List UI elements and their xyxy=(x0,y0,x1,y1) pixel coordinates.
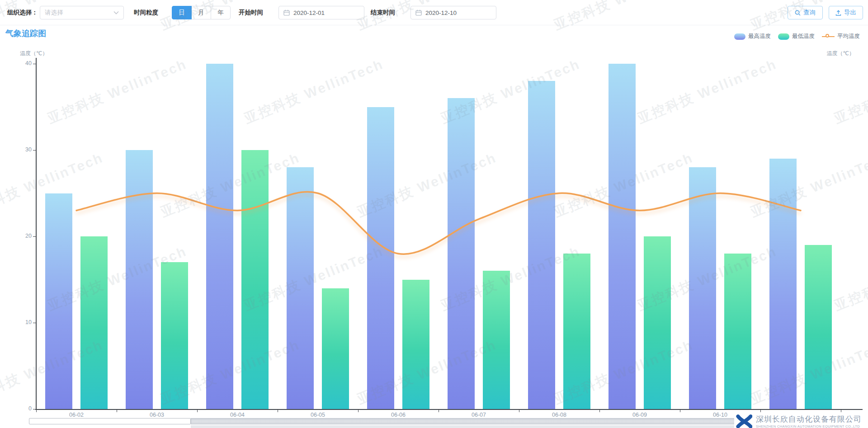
bar-max-temp[interactable] xyxy=(206,64,233,409)
watermark-text: 亚控科技 WellinTech xyxy=(831,242,868,315)
end-date-input[interactable]: 2020-12-10 xyxy=(410,6,496,19)
y-axis-name-left: 温度（℃） xyxy=(20,50,47,57)
watermark-text: 亚控科技 WellinTech xyxy=(45,55,189,128)
x-axis-tick xyxy=(278,410,278,412)
bar-min-temp[interactable] xyxy=(483,271,510,409)
x-axis-tick xyxy=(599,410,600,412)
export-button-label: 导出 xyxy=(844,9,856,17)
granularity-label: 时间粒度 xyxy=(134,0,158,25)
x-axis-tick xyxy=(36,410,37,412)
bar-min-temp[interactable] xyxy=(563,254,590,409)
legend-label-max: 最高温度 xyxy=(748,33,771,40)
bar-min-temp[interactable] xyxy=(80,236,108,409)
bar-min-temp[interactable] xyxy=(161,262,188,409)
org-select-placeholder: 请选择 xyxy=(45,9,113,17)
legend-item-avg-temp[interactable]: 平均温度 xyxy=(822,33,860,40)
bar-max-temp[interactable] xyxy=(126,150,153,409)
y-axis-name-right: 温度（℃） xyxy=(827,50,854,57)
y-axis-tick xyxy=(33,64,36,64)
chart-legend: 最高温度 最低温度 平均温度 xyxy=(734,33,860,40)
x-axis-tick xyxy=(680,410,680,412)
x-axis-tick xyxy=(358,410,359,412)
legend-chip-max xyxy=(734,33,745,40)
granularity-segmented-control: 日 月 年 xyxy=(172,6,231,19)
x-axis-label: 06-10 xyxy=(702,412,738,418)
company-logo-icon xyxy=(736,413,752,428)
legend-label-min: 最低温度 xyxy=(792,33,815,40)
start-date-value: 2020-12-01 xyxy=(293,9,325,16)
granularity-month-button[interactable]: 月 xyxy=(191,6,211,19)
chevron-down-icon xyxy=(113,11,119,14)
query-button-label: 查询 xyxy=(803,9,816,17)
query-button[interactable]: 查询 xyxy=(788,6,823,19)
bar-max-temp[interactable] xyxy=(609,64,636,409)
app-root: 组织选择： 请选择 时间粒度 日 月 年 开始时间 2020-12-01 结束时… xyxy=(0,0,868,428)
x-axis-label: 06-08 xyxy=(541,412,577,418)
bar-max-temp[interactable] xyxy=(287,167,314,409)
x-axis-label: 06-07 xyxy=(461,412,497,418)
y-axis-tick xyxy=(33,236,36,237)
calendar-icon xyxy=(283,9,290,16)
legend-line-icon xyxy=(822,33,835,40)
org-select-dropdown[interactable]: 请选择 xyxy=(40,6,124,19)
x-axis-label: 06-06 xyxy=(380,412,416,418)
x-axis-tick xyxy=(117,410,117,412)
bar-min-temp[interactable] xyxy=(402,280,429,409)
toolbar: 组织选择： 请选择 时间粒度 日 月 年 开始时间 2020-12-01 结束时… xyxy=(0,0,868,25)
x-axis-line xyxy=(35,409,863,410)
bar-min-temp[interactable] xyxy=(241,150,269,409)
calendar-icon xyxy=(415,9,422,16)
y-axis-tick xyxy=(33,150,36,151)
company-name-cn: 深圳长欣自动化设备有限公司 xyxy=(756,414,862,424)
bar-max-temp[interactable] xyxy=(769,159,797,409)
watermark-text: 亚控科技 WellinTech xyxy=(241,55,386,128)
bar-max-temp[interactable] xyxy=(367,107,394,409)
watermark-text: 亚控科技 WellinTech xyxy=(831,55,868,128)
end-time-label: 结束时间 xyxy=(371,0,395,25)
company-brand: 深圳长欣自动化设备有限公司 SHENZHEN CHANGXIN AUTOMATI… xyxy=(734,412,863,428)
legend-chip-min xyxy=(778,33,789,40)
legend-item-min-temp[interactable]: 最低温度 xyxy=(778,33,815,40)
y-axis-label: 10 xyxy=(14,319,32,325)
y-axis-line xyxy=(36,58,37,410)
x-axis-label: 06-02 xyxy=(58,412,94,418)
granularity-day-button[interactable]: 日 xyxy=(172,6,192,19)
start-date-input[interactable]: 2020-12-01 xyxy=(278,6,364,19)
bar-min-temp[interactable] xyxy=(805,245,832,409)
legend-item-max-temp[interactable]: 最高温度 xyxy=(734,33,771,40)
x-axis-label: 06-04 xyxy=(219,412,255,418)
granularity-year-button[interactable]: 年 xyxy=(211,6,231,19)
bar-max-temp[interactable] xyxy=(45,193,72,409)
y-axis-label: 30 xyxy=(14,146,32,153)
company-name-en: SHENZHEN CHANGXIN AUTOMATION EQUIPMENT C… xyxy=(756,424,862,428)
end-date-value: 2020-12-10 xyxy=(425,9,457,16)
scrollbar-thumb[interactable] xyxy=(29,418,191,424)
watermark-text: 亚控科技 WellinTech xyxy=(635,55,779,128)
page-title: 气象追踪图 xyxy=(5,28,46,39)
x-axis-label: 06-03 xyxy=(139,412,175,418)
y-axis-label: 40 xyxy=(14,60,32,66)
bar-min-temp[interactable] xyxy=(322,288,349,409)
bar-min-temp[interactable] xyxy=(724,254,751,409)
x-axis-label: 06-09 xyxy=(622,412,658,418)
x-axis-tick xyxy=(439,410,439,412)
y-axis-tick xyxy=(33,323,36,323)
org-select-label: 组织选择： xyxy=(7,0,38,25)
bar-max-temp[interactable] xyxy=(689,167,716,409)
x-axis-tick xyxy=(519,410,519,412)
start-time-label: 开始时间 xyxy=(239,0,263,25)
bar-max-temp[interactable] xyxy=(528,81,555,409)
export-icon xyxy=(835,10,841,16)
legend-label-avg: 平均温度 xyxy=(837,33,860,40)
x-axis-label: 06-05 xyxy=(300,412,336,418)
y-axis-label: 20 xyxy=(14,233,32,239)
bar-min-temp[interactable] xyxy=(644,236,671,409)
x-axis-tick xyxy=(197,410,198,412)
watermark-text: 亚控科技 WellinTech xyxy=(748,149,868,221)
y-axis-label: 0 xyxy=(14,405,32,412)
y-axis-tick xyxy=(33,409,36,409)
search-icon xyxy=(795,10,801,16)
export-button[interactable]: 导出 xyxy=(829,6,863,19)
bar-max-temp[interactable] xyxy=(448,98,475,409)
